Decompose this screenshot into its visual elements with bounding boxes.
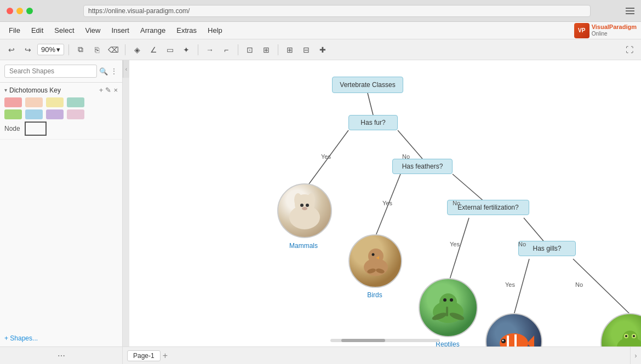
format-button[interactable]: ✦	[179, 43, 193, 57]
swatch-purple[interactable]	[46, 109, 64, 119]
separator-2	[125, 44, 125, 55]
align-button[interactable]: ⊞	[259, 43, 273, 57]
svg-line-5	[450, 218, 469, 279]
section-title: Dichotomous Key	[9, 86, 61, 94]
search-bar: 🔍 ⋮	[0, 60, 122, 83]
menu-file[interactable]: File	[4, 24, 25, 37]
add-shapes-button[interactable]: + Shapes...	[0, 330, 122, 346]
delete-button[interactable]: ⌫	[106, 43, 121, 57]
toolbar: ↩ ↪ 90% ▾ ⧉ ⎘ ⌫ ◈ ∠ ▭ ✦ → ⌐ ⊡ ⊞ ⊞ ⊟ ✚ ⛶	[0, 39, 641, 60]
image-reptile	[419, 278, 478, 337]
section-actions: + ✎ ×	[99, 86, 118, 94]
label-no-gills: No	[518, 241, 526, 247]
menu-insert[interactable]: Insert	[107, 24, 134, 37]
waypoint-button[interactable]: ⌐	[219, 43, 233, 57]
traffic-lights	[7, 8, 33, 14]
add-section-icon[interactable]: +	[99, 86, 104, 94]
titlebar: https://online.visual-paradigm.com/	[0, 0, 641, 22]
section-header: ▾ Dichotomous Key + ✎ ×	[4, 86, 118, 94]
node-shape	[25, 122, 47, 136]
separator-3	[198, 44, 198, 55]
bottom-bar: ⋯ Page-1 + ›	[0, 346, 641, 364]
copy-button[interactable]: ⧉	[73, 43, 88, 57]
zoom-arrow: ▾	[56, 45, 60, 54]
svg-point-40	[633, 335, 635, 337]
maximize-button[interactable]	[26, 8, 33, 14]
swatch-yellow[interactable]	[46, 97, 64, 107]
svg-point-13	[300, 204, 304, 207]
node-has-feathers[interactable]: Has feathers?	[392, 159, 453, 174]
rect-button[interactable]: ▭	[163, 43, 177, 57]
fit-page-button[interactable]: ⊟	[299, 43, 313, 57]
node-vertebrate[interactable]: Vertebrate Classes	[332, 77, 403, 93]
amphibian-svg	[607, 320, 642, 347]
edit-section-icon[interactable]: ✎	[105, 86, 111, 94]
swatch-green[interactable]	[4, 109, 22, 119]
color-swatches-row1	[4, 97, 118, 107]
search-input[interactable]	[4, 65, 97, 78]
menu-edit[interactable]: Edit	[27, 24, 48, 37]
menu-extras[interactable]: Extras	[172, 24, 201, 37]
svg-line-0	[368, 93, 373, 115]
insert-button[interactable]: ✚	[316, 43, 330, 57]
svg-line-4	[453, 174, 485, 203]
image-mammal	[277, 183, 332, 238]
swatch-pink[interactable]	[67, 109, 84, 119]
image-fish	[485, 313, 542, 346]
fullscreen-button[interactable]: ⛶	[622, 43, 637, 57]
sidebar-section-dichotomous: ▾ Dichotomous Key + ✎ ×	[0, 83, 122, 140]
bottom-dots-icon[interactable]: ⋯	[58, 351, 65, 360]
connector-button[interactable]: →	[203, 43, 217, 57]
svg-marker-30	[527, 336, 534, 346]
menu-arrange[interactable]: Arrange	[136, 24, 170, 37]
swatch-red[interactable]	[4, 97, 22, 107]
hamburger-menu[interactable]	[626, 8, 634, 14]
fill-button[interactable]: ◈	[130, 43, 144, 57]
svg-point-14	[306, 204, 309, 207]
menu-select[interactable]: Select	[50, 24, 78, 37]
label-no-amphibians: No	[575, 281, 583, 288]
canvas-scrollbar-thumb	[341, 339, 385, 342]
zoom-level: 90%	[41, 45, 55, 54]
svg-point-15	[302, 207, 307, 210]
add-page-button[interactable]: +	[163, 351, 168, 361]
search-icon[interactable]: 🔍	[99, 67, 108, 76]
separator-4	[238, 44, 238, 55]
swatch-blue[interactable]	[25, 109, 43, 119]
node-has-gills[interactable]: Has gills?	[518, 241, 576, 256]
svg-line-6	[524, 218, 546, 244]
canvas-scrollbar[interactable]	[330, 339, 440, 342]
svg-line-2	[398, 130, 422, 159]
separator-5	[278, 44, 278, 55]
image-bird	[348, 234, 402, 288]
sidebar-empty-space	[0, 140, 122, 330]
zoom-control[interactable]: 90% ▾	[37, 44, 64, 55]
close-button[interactable]	[7, 8, 13, 14]
node-label: Node	[4, 125, 20, 132]
label-yes-mammals: Yes	[321, 153, 331, 160]
sidebar-toggle[interactable]: ‹	[123, 60, 129, 78]
url-text: https://online.visual-paradigm.com/	[88, 7, 190, 15]
minimize-button[interactable]	[16, 8, 23, 14]
redo-button[interactable]: ↪	[21, 43, 35, 57]
paste-button[interactable]: ⎘	[90, 43, 104, 57]
node-has-fur[interactable]: Has fur?	[348, 115, 398, 130]
label-yes-fish: Yes	[505, 281, 515, 288]
svg-point-39	[625, 335, 627, 337]
menu-help[interactable]: Help	[203, 24, 227, 37]
close-section-icon[interactable]: ×	[113, 86, 118, 94]
page-tab-1[interactable]: Page-1	[127, 350, 161, 361]
label-no-feathers: No	[402, 153, 410, 160]
menu-view[interactable]: View	[81, 24, 105, 37]
collapse-panel-button[interactable]: ›	[630, 347, 641, 364]
url-bar[interactable]: https://online.visual-paradigm.com/	[83, 5, 591, 17]
grid-button[interactable]: ⊞	[283, 43, 297, 57]
line-color-button[interactable]: ∠	[146, 43, 161, 57]
undo-button[interactable]: ↩	[4, 43, 19, 57]
bottom-pages: Page-1 +	[123, 350, 630, 361]
group-button[interactable]: ⊡	[243, 43, 257, 57]
search-more-icon[interactable]: ⋮	[110, 67, 118, 76]
swatch-orange[interactable]	[25, 97, 43, 107]
swatch-teal[interactable]	[67, 97, 84, 107]
canvas-area[interactable]: Vertebrate Classes Has fur? Has feathers…	[129, 60, 641, 346]
